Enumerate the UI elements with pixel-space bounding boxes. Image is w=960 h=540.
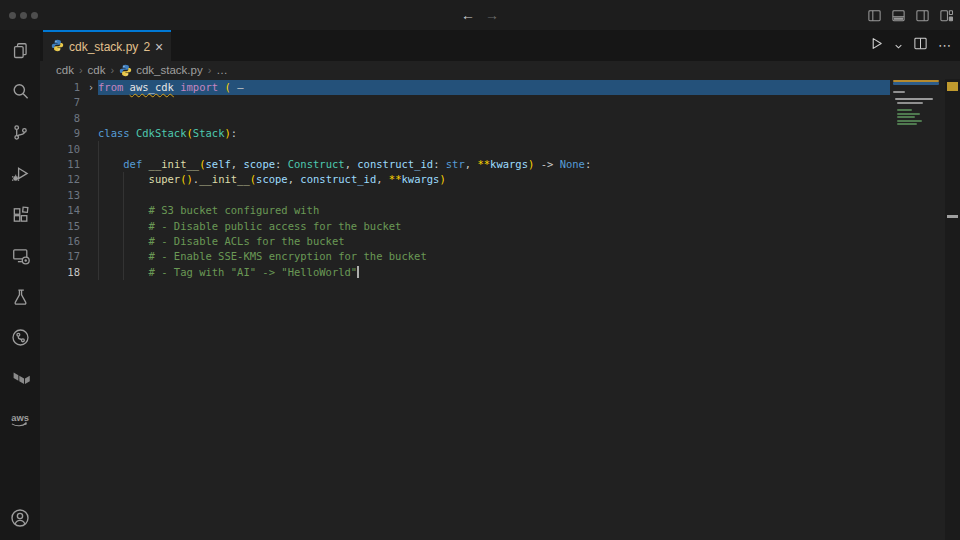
window-zoom-button[interactable] (31, 12, 38, 19)
fold-gutter (84, 157, 98, 172)
indent-guide (98, 141, 99, 280)
code-editor[interactable]: 1›from aws_cdk import ( —789class CdkSta… (40, 79, 960, 540)
python-icon (51, 39, 64, 52)
cursor-marker (947, 215, 958, 218)
minimap-line (893, 91, 905, 93)
activity-bar: aws (0, 30, 40, 540)
aws-icon[interactable]: aws (0, 399, 40, 440)
editor-actions: ⋯ (869, 30, 952, 61)
go-forward-icon[interactable]: → (485, 8, 499, 22)
tab-cdk-stack[interactable]: cdk_stack.py 2 × (43, 30, 171, 61)
line-number: 12 (40, 172, 84, 187)
run-and-debug-icon[interactable] (0, 153, 40, 194)
fold-gutter (84, 249, 98, 264)
fold-gutter (84, 111, 98, 126)
toggle-primary-sidebar-icon[interactable] (867, 8, 882, 23)
minimap-line (897, 116, 915, 118)
line-text (98, 142, 890, 157)
breadcrumb-item[interactable]: cdk (56, 64, 74, 76)
vscode-window: ← → (0, 0, 960, 540)
fold-gutter (84, 95, 98, 110)
line-text: def __init__(self, scope: Construct, con… (98, 157, 890, 172)
minimap-line (893, 82, 939, 85)
code-line[interactable]: 8 (40, 111, 890, 126)
account-icon[interactable] (0, 497, 40, 538)
line-number: 9 (40, 126, 84, 141)
code-line[interactable]: 18 # - Tag with "AI" -> "HelloWorld" (40, 265, 890, 280)
line-number: 10 (40, 142, 84, 157)
window-controls[interactable] (9, 12, 38, 19)
chevron-down-icon[interactable] (894, 37, 903, 55)
python-icon (119, 64, 132, 77)
fold-chevron-icon[interactable]: › (84, 80, 98, 95)
split-editor-icon[interactable] (913, 36, 928, 55)
go-back-icon[interactable]: ← (461, 8, 475, 22)
explorer-icon[interactable] (0, 30, 40, 71)
code-line[interactable]: 7 (40, 95, 890, 110)
editor-group: cdk_stack.py 2 × (40, 30, 960, 540)
breadcrumb: cdk›cdk› cdk_stack.py›… (40, 61, 960, 79)
code-line[interactable]: 12 super().__init__(scope, construct_id,… (40, 172, 890, 187)
window-close-button[interactable] (9, 12, 16, 19)
line-text: from aws_cdk import ( — (98, 80, 890, 95)
window-minimize-button[interactable] (20, 12, 27, 19)
indent-guide (123, 172, 124, 280)
code-line[interactable]: 13 (40, 188, 890, 203)
git-graph-icon[interactable] (0, 317, 40, 358)
minimap-line (897, 123, 917, 125)
fold-gutter (84, 203, 98, 218)
code-lines: 1›from aws_cdk import ( —789class CdkSta… (40, 79, 890, 280)
line-text: super().__init__(scope, construct_id, **… (98, 172, 890, 187)
toggle-panel-icon[interactable] (891, 8, 906, 23)
more-actions-icon[interactable]: ⋯ (938, 38, 952, 53)
text-cursor (357, 266, 359, 278)
run-python-file-icon[interactable] (869, 36, 884, 55)
breadcrumb-item[interactable]: … (216, 64, 228, 76)
tab-badge: 2 (143, 40, 150, 54)
close-icon[interactable]: × (155, 40, 163, 54)
code-line[interactable]: 11 def __init__(self, scope: Construct, … (40, 157, 890, 172)
source-control-icon[interactable] (0, 112, 40, 153)
line-text: # - Disable ACLs for the bucket (98, 234, 890, 249)
minimap-line (897, 102, 923, 104)
remote-explorer-icon[interactable] (0, 235, 40, 276)
breadcrumb-separator: › (110, 64, 114, 76)
title-bar: ← → (0, 0, 960, 30)
toggle-secondary-sidebar-icon[interactable] (915, 8, 930, 23)
code-line[interactable]: 14 # S3 bucket configured with (40, 203, 890, 218)
code-line[interactable]: 1›from aws_cdk import ( — (40, 80, 890, 95)
fold-gutter (84, 172, 98, 187)
breadcrumb-item[interactable]: cdk_stack.py (119, 64, 202, 77)
minimap-line (895, 98, 933, 100)
overview-ruler[interactable] (945, 79, 960, 540)
breadcrumb-item[interactable]: cdk (88, 64, 106, 76)
breadcrumb-separator: › (79, 64, 83, 76)
line-number: 13 (40, 188, 84, 203)
python-icon (51, 38, 64, 56)
breadcrumb-separator: › (208, 64, 212, 76)
extensions-icon[interactable] (0, 194, 40, 235)
code-line[interactable]: 10 (40, 142, 890, 157)
code-line[interactable]: 15 # - Disable public access for the buc… (40, 219, 890, 234)
code-line[interactable]: 17 # - Enable SSE-KMS encryption for the… (40, 249, 890, 264)
fold-gutter (84, 265, 98, 280)
line-text (98, 95, 890, 110)
terraform-icon[interactable] (0, 358, 40, 399)
search-icon[interactable] (0, 71, 40, 112)
fold-gutter (84, 234, 98, 249)
svg-text:aws: aws (11, 413, 29, 423)
fold-gutter (84, 126, 98, 141)
line-text: # S3 bucket configured with (98, 203, 890, 218)
line-text (98, 188, 890, 203)
customize-layout-icon[interactable] (939, 8, 954, 23)
testing-icon[interactable] (0, 276, 40, 317)
warning-marker (947, 82, 958, 91)
fold-gutter (84, 142, 98, 157)
line-number: 18 (40, 265, 84, 280)
line-number: 14 (40, 203, 84, 218)
line-number: 17 (40, 249, 84, 264)
line-number: 1 (40, 80, 84, 95)
code-line[interactable]: 16 # - Disable ACLs for the bucket (40, 234, 890, 249)
minimap[interactable] (893, 79, 945, 540)
code-line[interactable]: 9class CdkStack(Stack): (40, 126, 890, 141)
